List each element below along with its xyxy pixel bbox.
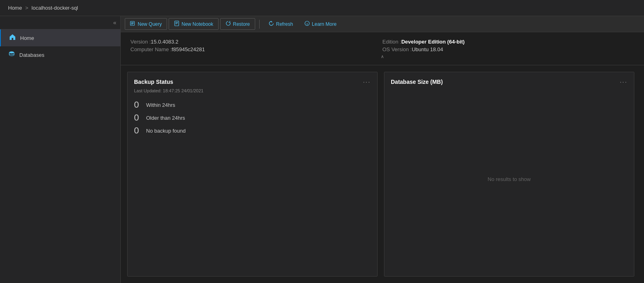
breadcrumb-bar: Home > localhost-docker-sql xyxy=(0,0,644,16)
os-version-row: OS Version : Ubuntu 18.04 xyxy=(382,46,634,52)
learn-more-button[interactable]: i Learn More xyxy=(299,19,341,29)
info-grid: Version : 15.0.4083.2 Edition : Develope… xyxy=(130,39,634,52)
new-query-label: New Query xyxy=(138,21,162,27)
restore-button[interactable]: Restore xyxy=(220,18,255,30)
new-query-icon xyxy=(130,21,136,27)
computer-name-label: Computer Name : xyxy=(130,46,172,52)
info-section: Version : 15.0.4083.2 Edition : Develope… xyxy=(121,32,644,65)
content-area: New Query New Notebook xyxy=(121,16,644,283)
new-notebook-button[interactable]: New Notebook xyxy=(169,18,219,30)
backup-label-within24: Within 24hrs xyxy=(146,102,175,108)
home-icon xyxy=(9,33,16,42)
sidebar-label-databases: Databases xyxy=(19,52,44,58)
backup-count-within24: 0 xyxy=(134,100,142,110)
learn-more-label: Learn More xyxy=(312,21,336,27)
backup-card-title: Backup Status xyxy=(134,79,173,85)
sidebar-item-databases[interactable]: Databases xyxy=(0,46,120,63)
breadcrumb-home[interactable]: Home xyxy=(8,5,22,11)
learn-more-icon: i xyxy=(304,21,310,27)
backup-count-older24: 0 xyxy=(134,112,142,123)
database-size-card: Database Size (MB) ··· No results to sho… xyxy=(384,72,634,277)
os-version-label: OS Version : xyxy=(382,46,412,52)
refresh-label: Refresh xyxy=(276,21,293,27)
sidebar-label-home: Home xyxy=(20,35,34,41)
refresh-button[interactable]: Refresh xyxy=(264,19,298,29)
backup-card-menu[interactable]: ··· xyxy=(363,79,371,86)
toolbar-divider xyxy=(259,20,260,29)
computer-name-row: Computer Name : f85945c24281 xyxy=(130,46,382,52)
toolbar: New Query New Notebook xyxy=(121,16,644,32)
db-size-no-results: No results to show xyxy=(391,88,627,270)
backup-label-older24: Older than 24hrs xyxy=(146,115,185,121)
new-query-button[interactable]: New Query xyxy=(125,18,167,30)
svg-rect-5 xyxy=(175,21,179,26)
backup-stat-no-backup: 0 No backup found xyxy=(134,125,371,136)
new-notebook-icon xyxy=(174,21,180,27)
backup-stats: 0 Within 24hrs 0 Older than 24hrs 0 No b… xyxy=(134,100,371,138)
collapse-icon[interactable]: « xyxy=(113,19,116,26)
backup-count-no-backup: 0 xyxy=(134,125,142,136)
os-version-value: Ubuntu 18.04 xyxy=(412,46,443,52)
breadcrumb-separator: > xyxy=(25,5,29,11)
collapse-chevron[interactable]: ∧ xyxy=(130,52,634,61)
db-size-card-header: Database Size (MB) ··· xyxy=(391,79,627,86)
version-row: Version : 15.0.4083.2 xyxy=(130,39,382,45)
backup-card-subtitle: Last Updated: 18:47:25 24/01/2021 xyxy=(134,88,371,93)
backup-stat-older24: 0 Older than 24hrs xyxy=(134,112,371,123)
backup-label-no-backup: No backup found xyxy=(146,128,186,134)
svg-point-0 xyxy=(9,52,14,54)
edition-row: Edition : Developer Edition (64-bit) xyxy=(382,39,634,45)
edition-label: Edition : xyxy=(382,39,401,45)
edition-value: Developer Edition (64-bit) xyxy=(401,39,464,45)
version-label: Version : xyxy=(130,39,151,45)
backup-card-header: Backup Status ··· xyxy=(134,79,371,86)
sidebar: « Home Databases xyxy=(0,16,121,283)
restore-icon xyxy=(225,21,231,27)
restore-label: Restore xyxy=(233,21,250,27)
svg-text:i: i xyxy=(307,22,308,26)
db-size-card-title: Database Size (MB) xyxy=(391,79,443,85)
breadcrumb-current: localhost-docker-sql xyxy=(31,5,78,11)
databases-icon xyxy=(8,50,15,59)
main-layout: « Home Databases xyxy=(0,16,644,283)
sidebar-collapse-btn[interactable]: « xyxy=(0,16,120,29)
backup-stat-within24: 0 Within 24hrs xyxy=(134,100,371,110)
sidebar-item-home[interactable]: Home xyxy=(0,29,120,46)
cards-area: Backup Status ··· Last Updated: 18:47:25… xyxy=(121,65,644,283)
new-notebook-label: New Notebook xyxy=(182,21,213,27)
backup-status-card: Backup Status ··· Last Updated: 18:47:25… xyxy=(127,72,378,277)
computer-name-value: f85945c24281 xyxy=(172,46,205,52)
refresh-icon xyxy=(268,21,274,27)
db-size-card-menu[interactable]: ··· xyxy=(620,79,627,86)
version-value: 15.0.4083.2 xyxy=(151,39,179,45)
